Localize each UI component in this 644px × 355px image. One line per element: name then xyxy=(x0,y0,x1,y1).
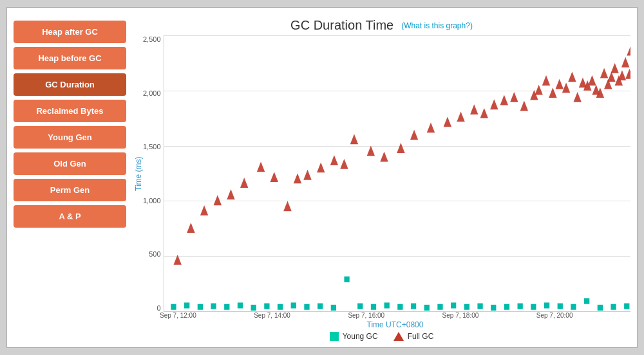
svg-marker-20 xyxy=(443,116,451,127)
svg-marker-27 xyxy=(520,101,527,111)
svg-marker-21 xyxy=(457,112,464,122)
svg-marker-33 xyxy=(562,82,569,93)
svg-rect-82 xyxy=(597,305,602,311)
sidebar: Heap after GC Heap before GC GC Duration… xyxy=(14,14,126,341)
svg-marker-22 xyxy=(470,104,478,114)
x-tick-2000: Sep 7, 20:00 xyxy=(536,312,573,319)
svg-rect-65 xyxy=(370,304,375,310)
svg-rect-75 xyxy=(504,304,509,310)
svg-marker-47 xyxy=(621,57,629,68)
svg-rect-61 xyxy=(304,304,309,310)
svg-rect-51 xyxy=(184,302,189,308)
chart-help-link[interactable]: (What is this graph?) xyxy=(401,21,473,30)
svg-marker-29 xyxy=(535,85,542,95)
svg-marker-32 xyxy=(555,79,563,89)
svg-rect-58 xyxy=(277,304,282,310)
svg-rect-52 xyxy=(197,304,202,310)
sidebar-btn-a-p[interactable]: A & P xyxy=(14,205,126,228)
sidebar-btn-heap-before-gc[interactable]: Heap before GC xyxy=(14,47,126,69)
svg-marker-43 xyxy=(607,71,615,82)
sidebar-btn-heap-after-gc[interactable]: Heap after GC xyxy=(14,21,126,43)
svg-rect-57 xyxy=(264,304,269,309)
svg-rect-66 xyxy=(384,302,389,308)
chart-area: GC Duration Time (What is this graph?) T… xyxy=(133,14,630,341)
svg-marker-1 xyxy=(187,223,194,233)
svg-marker-7 xyxy=(270,172,278,182)
svg-rect-62 xyxy=(317,304,323,309)
x-tick-1200: Sep 7, 12:00 xyxy=(160,312,196,319)
svg-rect-81 xyxy=(571,304,576,310)
x-ticks: Sep 7, 12:00 Sep 7, 14:00 Sep 7, 16:00 S… xyxy=(160,312,630,319)
svg-rect-76 xyxy=(517,304,522,309)
chart-title-row: GC Duration Time (What is this graph?) xyxy=(133,14,630,35)
x-axis-area: Sep 7, 12:00 Sep 7, 14:00 Sep 7, 16:00 S… xyxy=(160,312,630,329)
legend: Young GC Full GC xyxy=(133,332,630,341)
full-gc-icon xyxy=(393,332,404,341)
svg-marker-26 xyxy=(510,92,518,102)
svg-marker-11 xyxy=(317,163,325,173)
svg-rect-80 xyxy=(557,304,562,309)
svg-marker-0 xyxy=(173,255,181,265)
svg-marker-25 xyxy=(500,95,507,105)
y-tick-2000: 2,000 xyxy=(143,89,161,97)
svg-marker-4 xyxy=(227,189,234,199)
svg-marker-48 xyxy=(625,69,630,79)
sidebar-btn-gc-duration[interactable]: GC Duration xyxy=(14,73,126,96)
svg-marker-16 xyxy=(380,152,388,162)
chart-title: GC Duration Time xyxy=(290,18,393,33)
svg-marker-19 xyxy=(426,122,434,132)
x-axis-label: Time UTC+0800 xyxy=(160,320,630,329)
svg-rect-84 xyxy=(624,304,629,309)
svg-marker-44 xyxy=(611,63,618,73)
svg-marker-9 xyxy=(293,174,301,184)
svg-marker-24 xyxy=(490,99,498,109)
sidebar-btn-young-gen[interactable]: Young Gen xyxy=(14,126,126,149)
x-tick-1400: Sep 7, 14:00 xyxy=(254,312,290,319)
svg-marker-13 xyxy=(340,159,348,169)
plot-area xyxy=(164,35,630,312)
svg-marker-10 xyxy=(303,170,311,180)
svg-rect-63 xyxy=(330,305,336,311)
svg-rect-83 xyxy=(611,304,616,310)
svg-rect-54 xyxy=(224,304,229,310)
svg-rect-72 xyxy=(464,304,469,310)
svg-marker-8 xyxy=(283,201,291,211)
svg-marker-14 xyxy=(350,134,357,145)
chart-svg xyxy=(164,35,630,311)
svg-rect-56 xyxy=(251,305,256,311)
svg-marker-31 xyxy=(549,87,556,98)
svg-rect-77 xyxy=(531,304,536,310)
svg-rect-59 xyxy=(290,302,296,308)
chart-wrapper: Time (ms) 2,500 2,000 1,500 1,000 500 0 xyxy=(133,35,630,312)
svg-rect-53 xyxy=(211,304,216,309)
svg-marker-41 xyxy=(600,68,607,78)
svg-marker-18 xyxy=(410,130,417,140)
svg-marker-23 xyxy=(480,108,488,118)
svg-rect-70 xyxy=(437,304,442,310)
x-tick-1600: Sep 7, 16:00 xyxy=(348,312,384,319)
y-axis-label: Time (ms) xyxy=(133,35,143,312)
svg-marker-17 xyxy=(397,143,404,153)
y-tick-0: 0 xyxy=(156,304,160,312)
sidebar-btn-reclaimed-bytes[interactable]: Reclaimed Bytes xyxy=(14,100,126,122)
svg-rect-64 xyxy=(357,304,363,309)
svg-marker-38 xyxy=(588,75,596,86)
main-container: Heap after GC Heap before GC GC Duration… xyxy=(6,7,638,348)
svg-marker-2 xyxy=(200,205,207,215)
sidebar-btn-old-gen[interactable]: Old Gen xyxy=(14,152,126,175)
y-ticks: 2,500 2,000 1,500 1,000 500 0 xyxy=(143,35,164,312)
sidebar-btn-perm-gen[interactable]: Perm Gen xyxy=(14,179,126,201)
svg-marker-5 xyxy=(240,178,248,188)
svg-marker-3 xyxy=(213,195,221,205)
svg-marker-35 xyxy=(573,92,581,102)
svg-rect-73 xyxy=(477,304,482,309)
y-tick-1000: 1,000 xyxy=(143,197,161,205)
legend-young-gc: Young GC xyxy=(330,332,378,341)
svg-marker-34 xyxy=(568,71,576,82)
svg-marker-30 xyxy=(542,75,549,86)
legend-young-gc-label: Young GC xyxy=(343,332,378,341)
legend-full-gc-label: Full GC xyxy=(408,332,434,341)
svg-rect-79 xyxy=(584,298,589,304)
y-tick-2500: 2,500 xyxy=(143,35,161,43)
svg-rect-78 xyxy=(544,302,549,308)
